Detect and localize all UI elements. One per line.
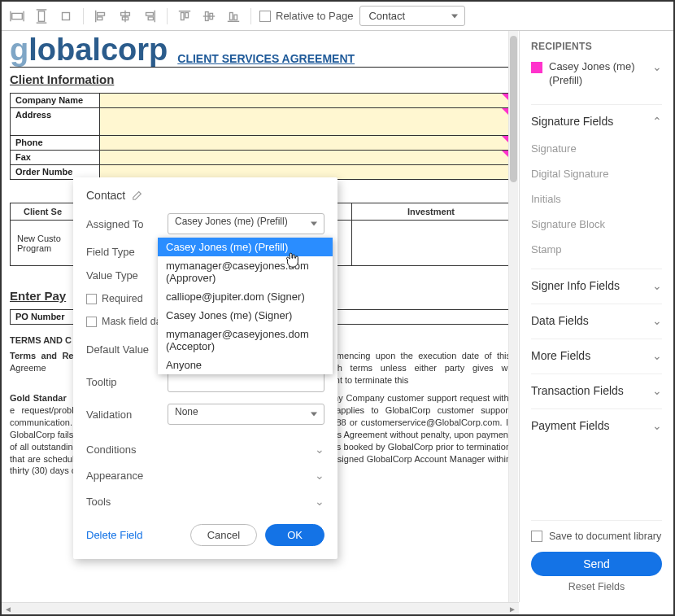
label-company-name: Company Name [11, 94, 100, 108]
svg-rect-0 [12, 13, 23, 19]
label-fax: Fax [11, 151, 100, 165]
save-to-library-checkbox[interactable]: Save to document library [531, 531, 662, 542]
cancel-button[interactable]: Cancel [190, 524, 257, 546]
dropdown-item[interactable]: mymanager@caseyjones.dom (Acceptor) [158, 325, 333, 356]
edit-name-icon[interactable] [132, 190, 143, 201]
dropdown-item[interactable]: mymanager@caseyjones.dom (Approver) [158, 256, 333, 287]
dropdown-item[interactable]: calliope@jupiter.dom (Signer) [158, 287, 333, 306]
label-validation: Validation [86, 408, 168, 421]
label-phone: Phone [11, 136, 100, 151]
align-right-icon[interactable] [141, 7, 159, 25]
accordion-payment-fields[interactable]: Payment Fields⌄ [531, 408, 662, 442]
align-bottom-icon[interactable] [224, 7, 242, 25]
label-address: Address [11, 108, 100, 136]
assigned-to-dropdown: Casey Jones (me) (Prefill) mymanager@cas… [158, 238, 333, 374]
dropdown-item[interactable]: Casey Jones (me) (Prefill) [158, 238, 333, 256]
chevron-down-icon: ⌄ [652, 314, 662, 327]
cursor-hand-icon [283, 251, 301, 269]
svg-rect-3 [38, 11, 44, 21]
tools-section[interactable]: Tools⌄ [86, 488, 324, 514]
svg-rect-18 [185, 12, 189, 17]
svg-rect-15 [148, 16, 153, 20]
accordion-signature-fields[interactable]: Signature Fields⌃ [531, 104, 662, 138]
validation-select[interactable]: None [168, 404, 324, 425]
chevron-up-icon: ⌃ [652, 115, 662, 128]
field-fax[interactable] [100, 151, 511, 165]
client-info-table: Company Name Address Phone Fax Order Num… [10, 93, 511, 180]
reset-fields-link[interactable]: Reset Fields [531, 581, 662, 592]
field-type-initials[interactable]: Initials [531, 191, 662, 207]
dropdown-item[interactable]: Casey Jones (me) (Signer) [158, 306, 333, 325]
align-center-h-icon[interactable] [116, 7, 134, 25]
svg-rect-8 [98, 12, 105, 15]
align-top-icon[interactable] [176, 7, 194, 25]
chevron-down-icon: ⌄ [652, 384, 662, 397]
ok-button[interactable]: OK [265, 524, 324, 546]
relative-to-page-checkbox[interactable]: Relative to Page [259, 10, 353, 22]
right-panel: RECIPIENTS Casey Jones (me) (Prefill) ⌄ … [519, 31, 673, 602]
field-company-name[interactable] [100, 94, 511, 108]
chevron-down-icon: ⌄ [652, 349, 662, 362]
conditions-section[interactable]: Conditions⌄ [86, 436, 324, 462]
assigned-to-select[interactable]: Casey Jones (me) (Prefill) [168, 213, 324, 234]
appearance-section[interactable]: Appearance⌄ [86, 462, 324, 488]
company-logo: globalcorp [10, 34, 168, 65]
field-properties-popup: Contact Assigned To Casey Jones (me) (Pr… [73, 177, 338, 559]
chevron-down-icon: ⌄ [315, 495, 324, 508]
send-button[interactable]: Send [531, 552, 662, 576]
accordion-more-fields[interactable]: More Fields⌄ [531, 339, 662, 372]
accordion-signer-info[interactable]: Signer Info Fields⌄ [531, 269, 662, 302]
accordion-transaction-fields[interactable]: Transaction Fields⌄ [531, 374, 662, 407]
accordion-data-fields[interactable]: Data Fields⌄ [531, 304, 662, 337]
recipient-row[interactable]: Casey Jones (me) (Prefill) ⌄ [531, 60, 662, 88]
field-phone[interactable] [100, 136, 511, 151]
dropdown-item[interactable]: Anyone [158, 356, 333, 374]
chevron-down-icon: ⌄ [315, 443, 324, 456]
svg-rect-9 [98, 16, 102, 20]
label-tooltip: Tooltip [86, 376, 168, 388]
recipient-name: Casey Jones (me) (Prefill) [549, 60, 646, 88]
svg-rect-6 [63, 12, 70, 20]
label-assigned-to: Assigned To [86, 218, 168, 230]
label-default-value: Default Value [86, 343, 168, 356]
relative-to-page-label: Relative to Page [276, 10, 353, 22]
field-type-digital-signature[interactable]: Digital Signature [531, 166, 662, 181]
program-row-label: New Custo Program [11, 221, 76, 266]
signature-fields-list: Signature Digital Signature Initials Sig… [531, 139, 662, 267]
document-horizontal-scrollbar[interactable]: ◄► [2, 602, 519, 614]
svg-rect-23 [230, 12, 233, 20]
field-type-stamp[interactable]: Stamp [531, 242, 662, 257]
label-field-type: Field Type [86, 246, 168, 258]
align-center-v-icon[interactable] [200, 7, 218, 25]
recipients-heading: RECIPIENTS [531, 41, 662, 52]
section-client-services-partial: Client Se [11, 203, 76, 221]
toolbar-context-select[interactable]: Contact [359, 6, 465, 26]
field-address[interactable] [100, 108, 511, 136]
svg-rect-17 [181, 12, 185, 20]
field-type-signature-block[interactable]: Signature Block [531, 216, 662, 232]
align-height-icon[interactable] [33, 7, 50, 25]
document-area: globalcorp CLIENT SERVICES AGREEMENT Cli… [2, 31, 519, 602]
svg-rect-14 [146, 12, 154, 15]
svg-rect-24 [234, 15, 237, 20]
document-title: CLIENT SERVICES AGREEMENT [177, 52, 355, 65]
align-left-icon[interactable] [92, 7, 110, 25]
field-type-signature[interactable]: Signature [531, 141, 662, 156]
document-vertical-scrollbar[interactable] [508, 31, 518, 602]
recipient-color-swatch [531, 62, 542, 73]
label-value-type: Value Type [86, 269, 168, 282]
chevron-down-icon: ⌄ [652, 279, 662, 292]
align-width-icon[interactable] [8, 7, 26, 25]
chevron-down-icon: ⌄ [652, 60, 662, 73]
chevron-down-icon: ⌄ [652, 419, 662, 432]
section-client-information: Client Information [10, 72, 511, 86]
toolbar: Relative to Page Contact [2, 2, 673, 31]
delete-field-link[interactable]: Delete Field [86, 529, 142, 541]
required-checkbox[interactable]: Required [86, 293, 143, 304]
chevron-down-icon: ⌄ [315, 469, 324, 482]
popup-title: Contact [86, 189, 125, 202]
investment-header: Investment [352, 203, 511, 221]
align-both-icon[interactable] [57, 7, 75, 25]
